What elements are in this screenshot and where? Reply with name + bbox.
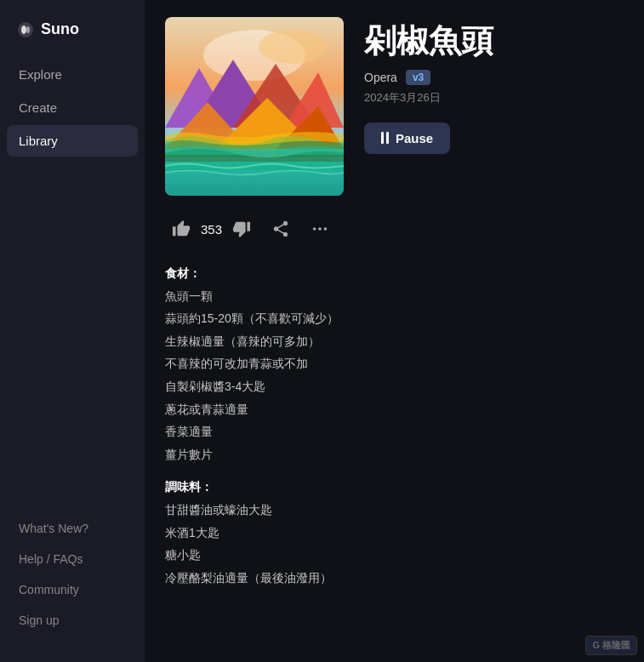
svg-point-15 [318, 227, 322, 231]
sidebar-item-explore[interactable]: Explore [7, 59, 138, 90]
song-meta: Opera v3 [364, 70, 624, 85]
sidebar-item-library[interactable]: Library [7, 125, 138, 157]
album-art [165, 17, 344, 196]
actions-row: 353 [165, 216, 624, 242]
logo: Suno [0, 14, 145, 59]
song-description: 食材：魚頭一顆蒜頭約15-20顆（不喜歡可減少）生辣椒適量（喜辣的可多加）不喜辣… [165, 262, 624, 589]
version-badge: v3 [406, 70, 430, 85]
pause-icon [381, 132, 389, 144]
sidebar-item-whats-new[interactable]: What's New? [7, 514, 138, 543]
album-art-image [165, 17, 344, 196]
app-name: Suno [41, 20, 79, 38]
more-options-button[interactable] [307, 216, 333, 242]
svg-point-2 [26, 26, 30, 33]
dislike-button[interactable] [229, 216, 254, 242]
sidebar-bottom: What's New? Help / FAQs Community Sign u… [0, 514, 145, 648]
like-button[interactable] [168, 216, 194, 242]
song-header: 剁椒魚頭 Opera v3 2024年3月26日 Pause [165, 17, 624, 196]
song-style: Opera [364, 71, 397, 84]
like-count: 353 [201, 222, 222, 237]
sidebar-item-community[interactable]: Community [7, 575, 138, 604]
thumbs-down-icon [232, 220, 251, 238]
corner-badge: G 格隆匯 [585, 636, 637, 655]
svg-point-16 [324, 227, 328, 231]
sidebar-item-help-faqs[interactable]: Help / FAQs [7, 545, 138, 574]
share-button[interactable] [268, 216, 294, 242]
svg-point-14 [313, 227, 316, 231]
ellipsis-icon [311, 220, 329, 238]
svg-point-1 [21, 26, 26, 34]
sidebar: Suno Explore Create Library What's New? … [0, 0, 145, 662]
song-info: 剁椒魚頭 Opera v3 2024年3月26日 Pause [364, 17, 624, 196]
share-icon [271, 220, 290, 238]
suno-logo-icon [17, 21, 34, 38]
pause-button[interactable]: Pause [364, 123, 450, 154]
svg-rect-13 [165, 162, 344, 196]
sidebar-item-create[interactable]: Create [7, 92, 138, 123]
main-nav: Explore Create Library [0, 59, 145, 514]
song-date: 2024年3月26日 [364, 90, 624, 106]
svg-point-5 [259, 30, 327, 64]
thumbs-up-icon [172, 220, 191, 238]
sidebar-item-sign-up[interactable]: Sign up [7, 606, 138, 635]
song-title: 剁椒魚頭 [364, 24, 624, 60]
like-section: 353 [168, 216, 254, 242]
main-content: 剁椒魚頭 Opera v3 2024年3月26日 Pause [145, 0, 644, 662]
